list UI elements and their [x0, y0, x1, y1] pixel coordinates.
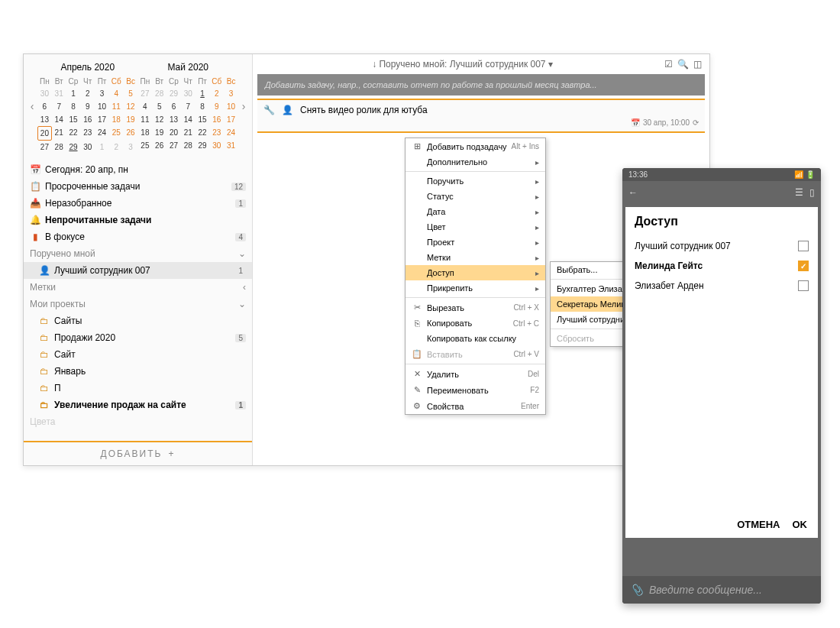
calendar-day[interactable]: 29	[66, 141, 81, 154]
list-icon[interactable]: ☰	[795, 187, 803, 198]
calendar-day[interactable]: 18	[109, 113, 124, 126]
ctx-add-subtask[interactable]: ⊞ Добавить подзадачу Alt + Ins	[405, 138, 545, 154]
calendar-day[interactable]: 30	[37, 87, 52, 100]
calendar-day[interactable]: 7	[181, 100, 195, 113]
calendar-day[interactable]: 22	[66, 126, 81, 141]
calendar-day[interactable]: 10	[95, 100, 109, 113]
calendar-day[interactable]: 2	[209, 87, 224, 100]
calendar-day[interactable]: 25	[138, 139, 153, 152]
ctx-more[interactable]: Дополнительно▸	[405, 154, 545, 170]
calendar-day[interactable]: 24	[95, 126, 109, 141]
add-task-input[interactable]: Добавить задачу, напр., составить отчет …	[257, 74, 705, 95]
nav-best-employee[interactable]: 👤 Лучший сотрудник 007 1	[24, 262, 252, 279]
calendar-day[interactable]: 11	[109, 100, 124, 113]
calendar-day[interactable]: 24	[224, 126, 238, 139]
calendar-day[interactable]: 10	[224, 100, 238, 113]
nav-section-colors[interactable]: Цвета	[24, 413, 252, 430]
calendar-day[interactable]: 23	[80, 126, 95, 141]
calendar-day[interactable]: 1	[195, 87, 210, 100]
nav-section-projects[interactable]: Мои проекты ⌄	[24, 296, 252, 312]
calendar-day[interactable]: 17	[224, 113, 238, 126]
calendar-day[interactable]: 27	[166, 139, 181, 152]
nav-increase-sales[interactable]: 🗀 Увеличение продаж на сайте 1	[24, 397, 252, 413]
nav-january[interactable]: 🗀 Январь	[24, 363, 252, 380]
cancel-button[interactable]: ОТМЕНА	[737, 519, 780, 530]
calendar-day[interactable]: 6	[37, 100, 52, 113]
calendar-day[interactable]: 9	[80, 100, 95, 113]
calendar-day[interactable]: 30	[80, 141, 95, 154]
calendar-day[interactable]: 8	[66, 100, 81, 113]
calendar-day[interactable]: 6	[166, 100, 181, 113]
calendar-day[interactable]: 21	[181, 126, 195, 139]
calendar-day[interactable]: 11	[138, 113, 153, 126]
calendar-day[interactable]: 26	[124, 126, 138, 141]
calendar-day[interactable]: 31	[52, 87, 66, 100]
calendar-day[interactable]: 7	[52, 100, 66, 113]
calendar-day[interactable]: 27	[37, 141, 52, 154]
ctx-delete[interactable]: ✕УдалитьDel	[405, 366, 545, 382]
calendar-day[interactable]: 25	[109, 126, 124, 141]
calendar-day[interactable]: 22	[195, 126, 210, 139]
calendar-day[interactable]: 26	[152, 139, 166, 152]
ctx-date[interactable]: Дата▸	[405, 204, 545, 219]
nav-p[interactable]: 🗀 П	[24, 380, 252, 397]
calendar-next[interactable]: ›	[238, 100, 249, 112]
ctx-cut[interactable]: ✂ВырезатьCtrl + X	[405, 299, 545, 316]
ctx-tags[interactable]: Метки▸	[405, 250, 545, 265]
calendar-day[interactable]: 2	[80, 87, 95, 100]
calendar-day[interactable]: 28	[152, 87, 166, 100]
calendar-day[interactable]: 3	[95, 87, 109, 100]
nav-focus[interactable]: ▮ В фокусе 4	[24, 228, 252, 245]
ctx-project[interactable]: Проект▸	[405, 235, 545, 250]
calendar-day[interactable]: 1	[66, 87, 81, 100]
calendar-day[interactable]: 14	[52, 113, 66, 126]
nav-sites[interactable]: 🗀 Сайты	[24, 312, 252, 329]
calendar-day[interactable]: 9	[209, 100, 224, 113]
calendar-day[interactable]: 29	[195, 139, 210, 152]
calendar-day[interactable]: 20	[166, 126, 181, 139]
calendar-day[interactable]: 30	[209, 139, 224, 152]
calendar-day[interactable]: 13	[166, 113, 181, 126]
nav-section-tags[interactable]: Метки ‹	[24, 279, 252, 296]
calendar-day[interactable]: 1	[95, 141, 109, 154]
ctx-color[interactable]: Цвет▸	[405, 219, 545, 235]
modal-user-3[interactable]: Элизабет Арден	[625, 276, 818, 296]
calendar-day[interactable]: 20	[37, 126, 52, 141]
nav-inbox[interactable]: 📥 Неразобранное 1	[24, 195, 252, 212]
ctx-properties[interactable]: ⚙СвойстваEnter	[405, 398, 545, 414]
ctx-assign[interactable]: Поручить▸	[405, 173, 545, 189]
calendar-day[interactable]: 28	[52, 141, 66, 154]
ok-button[interactable]: OK	[793, 519, 808, 530]
nav-sales-2020[interactable]: 🗀 Продажи 2020 5	[24, 329, 252, 346]
calendar-day[interactable]: 5	[124, 87, 138, 100]
calendar-day[interactable]: 3	[224, 87, 238, 100]
nav-today[interactable]: 📅 Сегодня: 20 апр, пн	[24, 161, 252, 178]
calendar-day[interactable]: 23	[209, 126, 224, 139]
calendar-day[interactable]: 17	[95, 113, 109, 126]
ctx-rename[interactable]: ✎ПереименоватьF2	[405, 382, 545, 398]
calendar-prev[interactable]: ‹	[27, 100, 37, 112]
calendar-day[interactable]: 15	[195, 113, 210, 126]
calendar-day[interactable]: 4	[138, 100, 153, 113]
calendar-day[interactable]: 30	[181, 87, 195, 100]
content-title[interactable]: ↓ Поручено мной: Лучший сотрудник 007 ▾	[260, 59, 664, 70]
nav-section-assigned[interactable]: Поручено мной ⌄	[24, 245, 252, 262]
calendar-day[interactable]: 19	[152, 126, 166, 139]
nav-unread[interactable]: 🔔 Непрочитанные задачи	[24, 212, 252, 228]
checkbox-icon[interactable]: ☑	[664, 59, 673, 70]
task-card[interactable]: 🔧 👤 Снять видео ролик для ютуба 📅 30 апр…	[257, 99, 705, 131]
calendar-day[interactable]: 14	[181, 113, 195, 126]
calendar-day[interactable]: 21	[52, 126, 66, 141]
calendar-day[interactable]: 31	[224, 139, 238, 152]
calendar-day[interactable]: 13	[37, 113, 52, 126]
checkbox-checked[interactable]: ✓	[798, 261, 809, 271]
calendar-day[interactable]: 15	[66, 113, 81, 126]
calendar-day[interactable]: 27	[138, 87, 153, 100]
calendar-day[interactable]: 19	[124, 113, 138, 126]
calendar-day[interactable]: 16	[209, 113, 224, 126]
ctx-copy-link[interactable]: Копировать как ссылку	[405, 331, 545, 346]
modal-user-1[interactable]: Лучший сотрудник 007	[625, 236, 818, 256]
calendar-day[interactable]: 5	[152, 100, 166, 113]
add-button[interactable]: ДОБАВИТЬ +	[24, 441, 252, 465]
nav-site[interactable]: 🗀 Сайт	[24, 346, 252, 363]
